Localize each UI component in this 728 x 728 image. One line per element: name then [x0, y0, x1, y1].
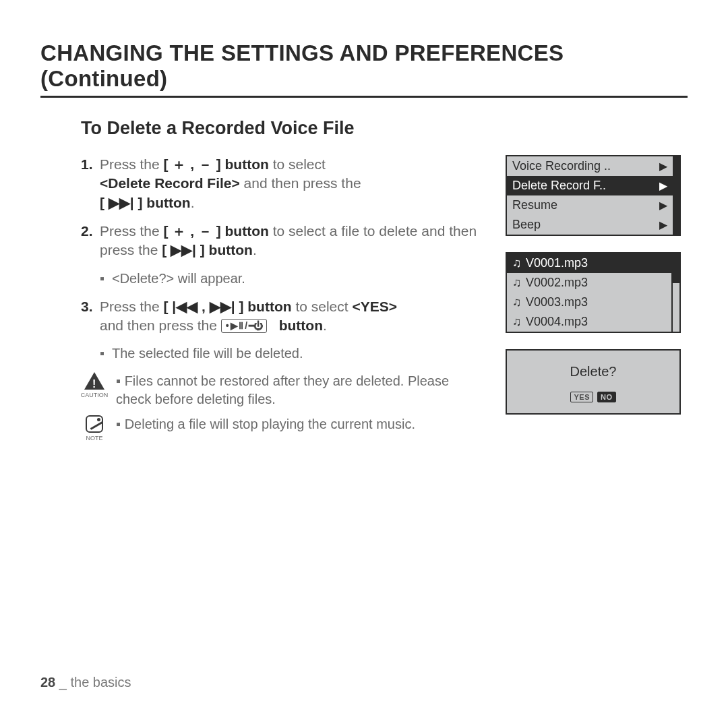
chevron-right-icon: ▶ — [659, 179, 667, 192]
step-body: Press the [ |◀◀ , ▶▶| ] button to select… — [100, 297, 485, 336]
file-name: V0001.mp3 — [526, 256, 588, 270]
file-row[interactable]: ♫ V0001.mp3 — [507, 253, 671, 273]
sub-text: <Delete?> will appear. — [112, 270, 245, 288]
menu-item-beep[interactable]: Beep ▶ — [507, 215, 673, 235]
text: Press the — [100, 299, 164, 314]
scrollbar[interactable] — [671, 253, 679, 332]
note-text: Deleting a file will stop playing the cu… — [125, 417, 415, 431]
note-callout: NOTE ▪ Deleting a file will stop playing… — [81, 415, 485, 442]
next-button-ref: [ ▶▶| ] button — [162, 242, 253, 257]
menu-label: Delete Record F.. — [512, 179, 606, 193]
file-list: ♫ V0001.mp3 ♫ V0002.mp3 ♫ V0003.mp3 ♫ V0… — [507, 253, 671, 332]
yes-ref: <YES> — [352, 299, 397, 314]
pencil-note-icon — [86, 415, 103, 433]
step-number: 2. — [81, 222, 100, 260]
music-note-icon: ♫ — [512, 276, 522, 290]
delete-prompt: Delete? — [570, 364, 617, 380]
file-name: V0002.mp3 — [526, 276, 588, 290]
plus-minus-button-ref: [ ＋ , － ] button — [164, 156, 269, 172]
step-body: Press the [ ＋ , － ] button to select <De… — [100, 155, 485, 212]
no-button[interactable]: NO — [597, 392, 616, 402]
page-footer: 28 _ the basics — [40, 675, 131, 690]
step-body: Press the [ ＋ , － ] button to select a f… — [100, 222, 485, 260]
music-note-icon: ♫ — [512, 295, 522, 309]
text: . — [191, 195, 195, 210]
footer-separator: _ — [55, 675, 70, 690]
settings-menu-list: Voice Recording .. ▶ Delete Record F.. ▶… — [507, 156, 673, 235]
menu-item-resume[interactable]: Resume ▶ — [507, 195, 673, 215]
menu-item-voice-recording[interactable]: Voice Recording .. ▶ — [507, 156, 673, 176]
chevron-right-icon: ▶ — [659, 199, 667, 212]
step-1: 1. Press the [ ＋ , － ] button to select … — [81, 155, 485, 212]
scrollbar-thumb[interactable] — [673, 253, 679, 283]
text: to select — [269, 156, 326, 172]
chevron-right-icon: ▶ — [659, 160, 667, 173]
text: . — [323, 317, 327, 333]
plus-minus-button-ref: [ ＋ , － ] button — [164, 223, 269, 239]
caution-icon: CAUTION — [81, 372, 108, 399]
note-label: NOTE — [86, 434, 102, 442]
bullet-icon: ▪ — [116, 373, 121, 388]
scrollbar[interactable] — [673, 156, 679, 235]
menu-item-ref: <Delete Record File> — [100, 175, 240, 191]
step-3-sub: ▪ The selected file will be deleted. — [100, 344, 485, 363]
file-name: V0003.mp3 — [526, 295, 588, 309]
play-pause-power-button-icon: • ▶ ⅠⅠ / ━⏻ — [221, 319, 267, 333]
text: and then press the — [100, 317, 221, 333]
caution-text: Files cannot be restored after they are … — [116, 373, 449, 406]
warning-triangle-icon — [84, 372, 104, 390]
caution-callout: CAUTION ▪ Files cannot be restored after… — [81, 372, 485, 408]
text: Press the — [100, 156, 164, 172]
yes-button[interactable]: YES — [570, 392, 593, 402]
bullet-icon: ▪ — [116, 417, 121, 431]
step-3: 3. Press the [ |◀◀ , ▶▶| ] button to sel… — [81, 297, 485, 336]
file-row[interactable]: ♫ V0002.mp3 — [507, 273, 671, 293]
file-row[interactable]: ♫ V0003.mp3 — [507, 293, 671, 312]
caution-label: CAUTION — [81, 391, 109, 399]
settings-menu-screen: Voice Recording .. ▶ Delete Record F.. ▶… — [506, 155, 681, 236]
section-title: To Delete a Recorded Voice File — [81, 118, 688, 139]
text: button — [279, 317, 323, 333]
menu-label: Beep — [512, 218, 541, 232]
delete-confirm-screen: Delete? YES NO — [506, 349, 681, 415]
sub-text: The selected file will be deleted. — [112, 344, 303, 363]
page-number: 28 — [40, 675, 55, 690]
text: to select — [292, 299, 353, 314]
file-name: V0004.mp3 — [526, 315, 588, 329]
step-2-sub: ▪ <Delete?> will appear. — [100, 270, 485, 288]
text: Press the — [100, 223, 164, 239]
bullet-icon: ▪ — [100, 270, 112, 288]
instructions: 1. Press the [ ＋ , － ] button to select … — [81, 155, 485, 450]
text: and then press the — [240, 175, 361, 191]
music-note-icon: ♫ — [512, 315, 522, 329]
next-button-ref: [ ▶▶| ] button — [100, 195, 191, 210]
prev-next-button-ref: [ |◀◀ , ▶▶| ] button — [164, 299, 292, 314]
menu-label: Voice Recording .. — [512, 159, 611, 173]
step-number: 1. — [81, 155, 100, 212]
text: . — [253, 242, 257, 257]
yes-no-buttons: YES NO — [570, 392, 615, 402]
note-icon-wrap: NOTE — [81, 415, 108, 442]
device-screens: Voice Recording .. ▶ Delete Record F.. ▶… — [506, 155, 688, 450]
music-note-icon: ♫ — [512, 256, 522, 270]
chevron-right-icon: ▶ — [659, 218, 667, 231]
file-row[interactable]: ♫ V0004.mp3 — [507, 312, 671, 332]
page-title: CHANGING THE SETTINGS AND PREFERENCES (C… — [40, 40, 688, 98]
bullet-icon: ▪ — [100, 344, 112, 363]
menu-item-delete-record-file[interactable]: Delete Record F.. ▶ — [507, 176, 673, 195]
file-list-screen: ♫ V0001.mp3 ♫ V0002.mp3 ♫ V0003.mp3 ♫ V0… — [506, 252, 681, 333]
step-number: 3. — [81, 297, 100, 336]
menu-label: Resume — [512, 198, 557, 212]
footer-section: the basics — [71, 675, 131, 690]
step-2: 2. Press the [ ＋ , － ] button to select … — [81, 222, 485, 260]
